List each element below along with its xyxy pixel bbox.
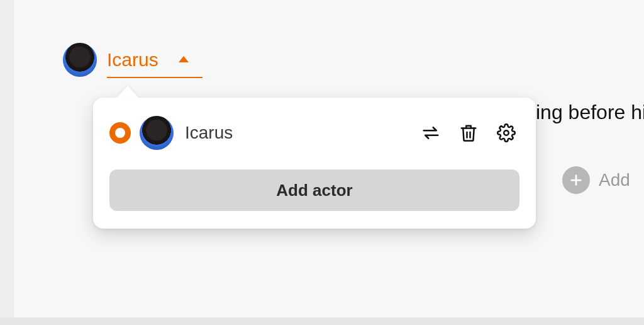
- caret-up-icon: [179, 56, 189, 62]
- actor-selected-radio[interactable]: [109, 122, 131, 144]
- plus-icon: [562, 166, 590, 194]
- add-actor-button[interactable]: Add actor: [109, 169, 519, 211]
- swap-icon[interactable]: [421, 123, 440, 142]
- gear-icon[interactable]: [497, 123, 516, 142]
- actor-name: Icarus: [182, 123, 413, 143]
- svg-point-2: [504, 130, 509, 135]
- actor-avatar: [140, 116, 174, 150]
- actor-selector-underline: [107, 77, 203, 78]
- actor-row-actions: [421, 123, 516, 142]
- actor-row[interactable]: Icarus: [109, 111, 519, 154]
- actor-selector-popover: Icarus: [93, 98, 536, 229]
- popover-arrow: [116, 86, 139, 98]
- add-line-label: Add: [599, 170, 630, 190]
- add-line-button[interactable]: Add: [562, 166, 630, 194]
- left-gutter: [0, 0, 14, 325]
- actor-avatar: [63, 43, 97, 77]
- bottom-bar: [0, 317, 644, 325]
- background-line-text: ing before hi: [536, 101, 644, 124]
- actor-selector-label: Icarus: [107, 49, 158, 71]
- actor-selector-trigger[interactable]: Icarus: [63, 43, 189, 77]
- trash-icon[interactable]: [459, 123, 478, 142]
